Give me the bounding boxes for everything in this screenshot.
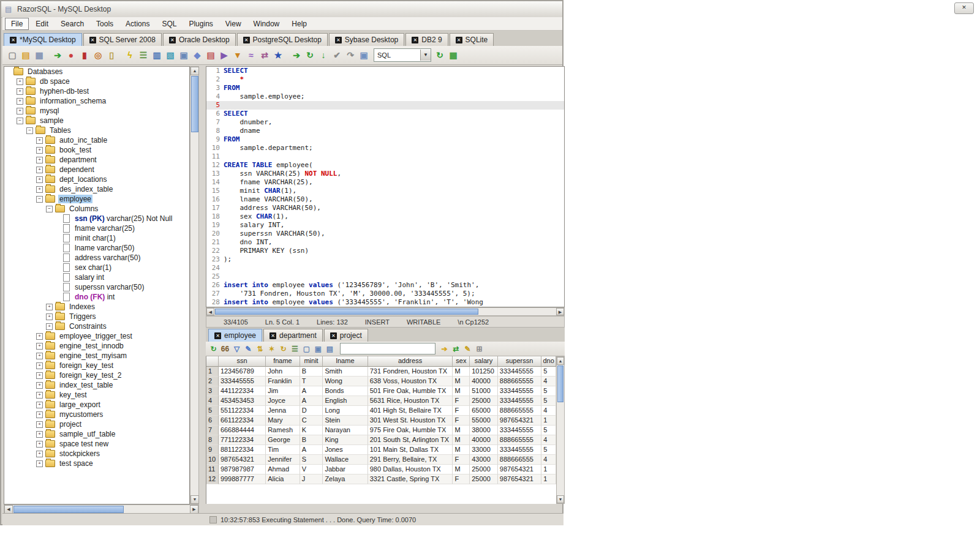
tree-item-label[interactable]: Constraints: [68, 322, 108, 331]
tree-item[interactable]: Databases: [4, 67, 189, 77]
editor-line-text[interactable]: minit CHAR(1),: [224, 187, 296, 195]
tree-item-label[interactable]: sample: [39, 116, 65, 125]
tree-expander-icon[interactable]: +: [36, 362, 43, 369]
tree-hscroll-thumb[interactable]: [13, 506, 124, 513]
tree-item[interactable]: +dept_locations: [4, 174, 189, 184]
results-cell[interactable]: 333445555: [219, 377, 266, 386]
results-cell[interactable]: 333445555: [498, 445, 541, 455]
scroll-left-arrow-icon[interactable]: ◀: [4, 505, 13, 514]
results-cell[interactable]: Jim: [266, 386, 300, 396]
tree-expander-icon[interactable]: +: [36, 372, 43, 379]
tree-item-label[interactable]: stockpickers: [58, 449, 101, 458]
connection-properties-icon[interactable]: ▯: [105, 49, 118, 61]
tree-item[interactable]: +foreign_key_test: [4, 361, 189, 370]
describe-table-icon[interactable]: ☰: [137, 49, 149, 61]
paste-icon[interactable]: ▣: [358, 49, 370, 61]
results-cell[interactable]: J: [300, 474, 323, 484]
tree-item[interactable]: +foreign_key_test_2: [4, 370, 189, 380]
menu-file[interactable]: File: [5, 18, 29, 30]
tree-expander-icon[interactable]: +: [36, 333, 43, 340]
results-cell[interactable]: 4: [541, 435, 556, 445]
connection-tab-oracle-desktop[interactable]: ✕Oracle Desktop: [163, 33, 236, 46]
results-cell[interactable]: 771122334: [219, 435, 266, 445]
scroll-right-arrow-icon[interactable]: ▶: [556, 308, 564, 315]
results-cell[interactable]: 5: [541, 367, 556, 377]
results-cell[interactable]: 661122334: [219, 416, 266, 426]
sql-editor[interactable]: 1SELECT2 *3FROM4 sample.employee;56SELEC…: [206, 66, 565, 307]
results-cell[interactable]: A: [300, 386, 323, 396]
tree-vscrollbar[interactable]: ▲ ▼: [190, 66, 199, 504]
tree-item-label[interactable]: large_export: [58, 400, 102, 409]
transfer-icon[interactable]: ⇄: [451, 343, 461, 354]
results-tab-employee[interactable]: ✕employee: [208, 329, 262, 342]
tree-item-label[interactable]: Indexes: [68, 302, 96, 311]
results-cell[interactable]: 888665555: [498, 377, 541, 386]
tree-expander-icon[interactable]: +: [36, 186, 43, 193]
results-cell[interactable]: 551122334: [219, 406, 266, 416]
results-cell[interactable]: 4: [541, 377, 556, 386]
tree-item-label[interactable]: key_test: [58, 391, 88, 399]
editor-line-text[interactable]: lname VARCHAR(50),: [224, 195, 313, 204]
connection-tab-sqlite[interactable]: ✕SQLite: [450, 33, 494, 46]
results-cell[interactable]: M: [453, 426, 470, 435]
menu-window[interactable]: Window: [248, 18, 285, 29]
results-cell[interactable]: 33000: [470, 445, 498, 455]
menu-search[interactable]: Search: [55, 18, 89, 29]
validate-icon[interactable]: ✔: [331, 49, 343, 61]
edit-results-icon[interactable]: ✎: [462, 343, 473, 354]
tree-item-label[interactable]: sex char(1): [74, 263, 113, 272]
results-cell[interactable]: 666884444: [219, 426, 266, 435]
menu-actions[interactable]: Actions: [120, 18, 155, 29]
tree-item-label[interactable]: book_test: [58, 146, 92, 154]
tree-item[interactable]: +book_test: [4, 145, 189, 155]
tree-item[interactable]: −Columns: [4, 204, 189, 214]
tree-expander-icon[interactable]: −: [26, 127, 33, 134]
tree-item-label[interactable]: lname varchar(50): [74, 244, 135, 252]
tree-item[interactable]: +sample_utf_table: [4, 429, 189, 439]
scroll-up-arrow-icon[interactable]: ▲: [557, 357, 564, 365]
results-cell[interactable]: Alicia: [266, 474, 300, 484]
export-icon[interactable]: ▶: [218, 49, 230, 61]
results-cell[interactable]: 5631 Rice, Houston TX: [368, 396, 453, 406]
results-cell[interactable]: 980 Dallas, Houston TX: [368, 465, 453, 474]
editor-line-text[interactable]: FROM: [224, 135, 240, 144]
results-cell[interactable]: K: [300, 426, 323, 435]
results-cell[interactable]: B: [300, 435, 323, 445]
tree-item-label[interactable]: hyphen-db-test: [39, 87, 90, 96]
results-cell[interactable]: M: [453, 465, 470, 474]
tree-item[interactable]: +space test new: [4, 439, 189, 449]
tree-item-label[interactable]: employee_trigger_test: [58, 332, 134, 340]
tree-item-label[interactable]: Triggers: [68, 312, 97, 321]
tree-item-label[interactable]: dependent: [58, 165, 96, 174]
scroll-up-arrow-icon[interactable]: ▲: [190, 67, 199, 75]
results-cell[interactable]: Zelaya: [323, 474, 368, 484]
tree-item[interactable]: +stockpickers: [4, 449, 189, 459]
panel-splitter[interactable]: [200, 66, 206, 514]
tree-item[interactable]: +engine_test_innodb: [4, 341, 189, 351]
tree-expander-icon[interactable]: +: [36, 441, 43, 448]
edit-filter-icon[interactable]: ✎: [243, 343, 254, 354]
tree-item[interactable]: +employee_trigger_test: [4, 331, 189, 341]
tree-item-label[interactable]: foreign_key_test: [58, 361, 115, 370]
results-cell[interactable]: 888665555: [498, 406, 541, 416]
tree-item[interactable]: dno (FK) int: [4, 292, 189, 302]
tree-item-label[interactable]: minit char(1): [74, 234, 117, 242]
results-cell[interactable]: F: [453, 416, 470, 426]
tree-expander-icon[interactable]: +: [46, 323, 53, 330]
results-cell[interactable]: 38000: [470, 426, 498, 435]
auto-commit-icon[interactable]: ↻: [434, 49, 446, 61]
tree-expander-icon[interactable]: +: [36, 353, 43, 359]
results-cell[interactable]: 25000: [470, 474, 498, 484]
results-cell[interactable]: 65000: [470, 406, 498, 416]
close-tab-icon[interactable]: ✕: [243, 37, 250, 43]
tree-expander-icon[interactable]: +: [46, 304, 53, 310]
results-column-header[interactable]: address: [368, 356, 453, 367]
describe-icon[interactable]: ☰: [290, 343, 300, 354]
results-cell[interactable]: 888665555: [498, 435, 541, 445]
tree-item[interactable]: sex char(1): [4, 263, 189, 272]
editor-line-text[interactable]: CREATE TABLE employee(: [224, 161, 313, 170]
results-cell[interactable]: 987654321: [219, 455, 266, 465]
results-cell[interactable]: 25000: [470, 465, 498, 474]
results-cell[interactable]: 101 Main St, Dallas TX: [368, 445, 453, 455]
results-cell[interactable]: 987654321: [498, 465, 541, 474]
